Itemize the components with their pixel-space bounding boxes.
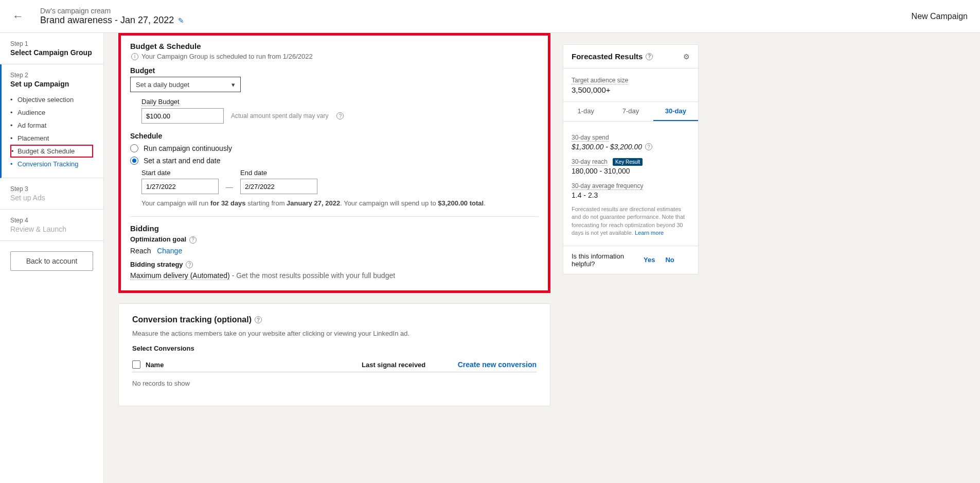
budget-type-select[interactable]: Set a daily budget ▾ — [130, 77, 241, 92]
help-icon[interactable]: ? — [336, 112, 344, 119]
step-title: Select Campaign Group — [10, 48, 93, 57]
new-campaign-label: New Campaign — [912, 12, 968, 21]
budget-label: Budget — [130, 66, 539, 75]
step-title: Set up Ads — [10, 194, 93, 202]
radio-set-dates[interactable]: Set a start and end date — [130, 157, 539, 165]
schedule-label: Schedule — [130, 132, 539, 140]
substep-placement[interactable]: Placement — [10, 132, 93, 145]
col-signal: Last signal received — [362, 361, 458, 369]
step-title: Review & Launch — [10, 225, 93, 233]
strategy-label: Bidding strategy — [130, 261, 183, 268]
select-all-checkbox[interactable] — [132, 360, 140, 369]
forecast-title: Forecasted Results ? — [572, 52, 653, 61]
radio-label: Run campaign continuously — [144, 144, 232, 152]
substep-list: Objective selection Audience Ad format P… — [10, 93, 93, 170]
tab-30day[interactable]: 30-day — [653, 102, 698, 121]
end-date-label: End date — [240, 169, 317, 177]
helpful-no[interactable]: No — [665, 256, 674, 264]
radio-continuous[interactable]: Run campaign continuously — [130, 144, 539, 152]
budget-schedule-section: Budget & Schedule i Your Campaign Group … — [118, 33, 550, 293]
substep-conversion-tracking[interactable]: Conversion Tracking — [10, 158, 93, 170]
dash-separator: — — [226, 183, 233, 194]
step-label: Step 2 — [10, 72, 93, 79]
substep-adformat[interactable]: Ad format — [10, 119, 93, 132]
key-result-badge: Key Result — [613, 158, 643, 166]
helpful-question: Is this information helpful? — [572, 252, 633, 268]
sidebar: Step 1 Select Campaign Group Step 2 Set … — [0, 33, 104, 483]
gear-icon[interactable]: ⚙ — [683, 53, 690, 61]
info-icon: i — [131, 53, 138, 60]
start-date-label: Start date — [141, 169, 219, 177]
empty-row: No records to show — [132, 372, 537, 394]
substep-audience[interactable]: Audience — [10, 106, 93, 119]
breadcrumb: Dw's campaign cream — [40, 7, 184, 15]
divider — [130, 216, 539, 217]
audience-value: 3,500,000+ — [572, 85, 690, 94]
bidding-heading: Bidding — [130, 224, 539, 233]
tab-7day[interactable]: 7-day — [608, 102, 653, 121]
back-arrow-icon[interactable]: ← — [12, 10, 24, 23]
freq-value: 1.4 - 2.3 — [572, 191, 690, 199]
substep-budget-schedule[interactable]: Budget & Schedule — [10, 145, 93, 158]
run-summary: Your campaign will run for 32 days start… — [141, 199, 539, 207]
step-label: Step 1 — [10, 40, 93, 47]
strategy-value: Maximum delivery (Automated) — [130, 271, 230, 280]
caret-down-icon: ▾ — [231, 81, 235, 89]
optgoal-value: Reach — [130, 247, 151, 255]
daily-budget-label: Daily Budget — [141, 98, 180, 106]
title-text: Brand awareness - Jan 27, 2022 — [40, 15, 174, 26]
forecast-disclaimer: Forecasted results are directional estim… — [572, 205, 690, 237]
help-icon[interactable]: ? — [189, 236, 197, 244]
back-to-account-button[interactable]: Back to account — [10, 251, 93, 271]
daily-budget-input[interactable] — [141, 108, 224, 124]
conversion-desc: Measure the actions members take on your… — [132, 330, 537, 337]
radio-icon — [130, 144, 138, 152]
col-name: Name — [146, 361, 362, 369]
start-date-input[interactable] — [141, 179, 219, 194]
daily-budget-help: Actual amount spent daily may vary — [231, 112, 328, 119]
help-icon[interactable]: ? — [645, 143, 652, 150]
helpful-yes[interactable]: Yes — [644, 256, 655, 264]
reach-value: 180,000 - 310,000 — [572, 167, 690, 175]
top-bar: ← Dw's campaign cream Brand awareness - … — [0, 0, 980, 33]
helpful-row: Is this information helpful? Yes No — [563, 246, 698, 274]
end-date-input[interactable] — [240, 179, 317, 194]
info-line: i Your Campaign Group is scheduled to ru… — [130, 53, 539, 60]
spend-value: $1,300.00 - $3,200.00 — [572, 143, 642, 151]
step-label: Step 3 — [10, 185, 93, 193]
conversion-table-header: Name Last signal received Create new con… — [132, 357, 537, 372]
learn-more-link[interactable]: Learn more — [635, 230, 664, 236]
change-optgoal-link[interactable]: Change — [157, 247, 182, 255]
optgoal-label: Optimization goal — [130, 235, 186, 243]
step-label: Step 4 — [10, 217, 93, 224]
select-conversions-label: Select Conversions — [132, 344, 537, 352]
radio-icon — [130, 157, 138, 165]
select-value: Set a daily budget — [136, 81, 189, 89]
date-inputs: Start date — End date — [141, 169, 539, 194]
help-icon[interactable]: ? — [255, 316, 262, 323]
spend-label: 30-day spend — [572, 134, 609, 142]
strategy-desc: - Get the most results possible with you… — [232, 271, 395, 280]
freq-label: 30-day average frequency — [572, 182, 643, 190]
step-4[interactable]: Step 4 Review & Launch — [0, 210, 103, 241]
help-icon[interactable]: ? — [646, 53, 653, 60]
forecast-tabs: 1-day 7-day 30-day — [563, 102, 698, 122]
audience-label: Target audience size — [572, 77, 628, 84]
step-title: Set up Campaign — [10, 80, 93, 88]
info-text: Your Campaign Group is scheduled to run … — [141, 53, 313, 60]
step-3[interactable]: Step 3 Set up Ads — [0, 178, 103, 210]
substep-objective[interactable]: Objective selection — [10, 93, 93, 106]
radio-label: Set a start and end date — [144, 157, 220, 165]
tab-1day[interactable]: 1-day — [563, 102, 608, 121]
create-conversion-link[interactable]: Create new conversion — [458, 360, 537, 369]
forecast-card: Forecasted Results ? ⚙ Target audience s… — [563, 44, 699, 274]
help-icon[interactable]: ? — [186, 261, 193, 268]
step-1[interactable]: Step 1 Select Campaign Group — [0, 33, 103, 64]
conversion-title: Conversion tracking (optional) ? — [132, 315, 537, 324]
conversion-tracking-card: Conversion tracking (optional) ? Measure… — [118, 303, 550, 406]
pencil-icon[interactable]: ✎ — [178, 16, 184, 25]
step-2: Step 2 Set up Campaign Objective selecti… — [0, 64, 103, 178]
reach-label: 30-day reach — [572, 158, 608, 166]
page-title: Brand awareness - Jan 27, 2022 ✎ — [40, 15, 184, 26]
title-block: Dw's campaign cream Brand awareness - Ja… — [40, 7, 184, 26]
